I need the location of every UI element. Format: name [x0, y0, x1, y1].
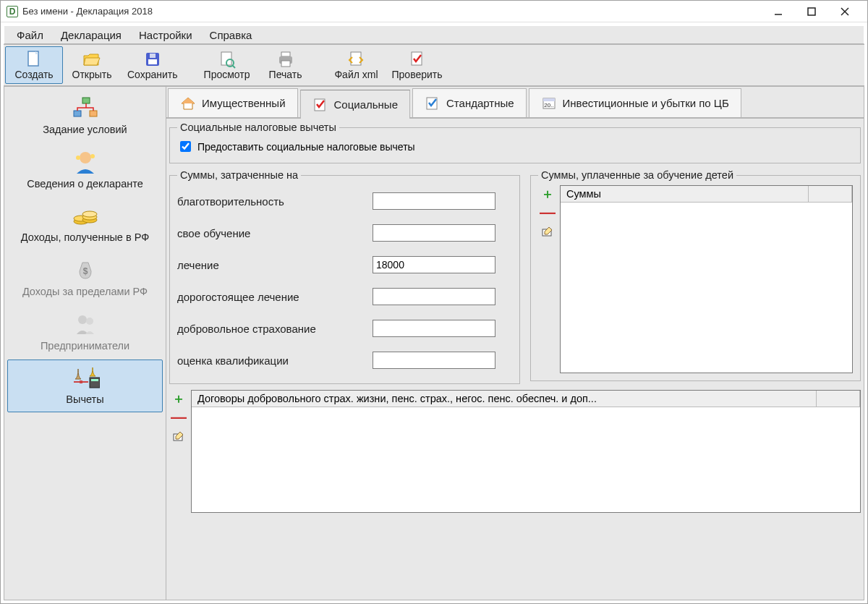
svg-point-23 — [76, 156, 80, 160]
toolbar-print[interactable]: Печать — [257, 46, 315, 84]
save-icon — [143, 50, 162, 69]
children-grid-col-sums: Суммы — [561, 186, 809, 202]
sidebar-item-deductions[interactable]: Вычеты — [7, 360, 163, 412]
tab-standard[interactable]: Стандартные — [412, 88, 527, 117]
svg-point-31 — [78, 315, 87, 324]
delete-contract-button[interactable]: — — [171, 410, 186, 425]
svg-line-13 — [232, 65, 235, 68]
sidebar: Задание условий Сведения о декларанте До… — [4, 86, 166, 600]
toolbar-check[interactable]: Проверить — [386, 46, 449, 84]
toolbar-open[interactable]: Открыть — [63, 46, 121, 84]
checklist-icon — [312, 97, 328, 113]
svg-rect-34 — [91, 379, 98, 381]
toolbar: Создать Открыть Сохранить Просмотр Печа — [4, 44, 864, 86]
input-exp-treatment[interactable] — [373, 288, 495, 305]
tabbar: Имущественный Социальные Стандартные — [166, 87, 864, 119]
preview-icon — [218, 50, 237, 69]
svg-rect-42 — [543, 98, 555, 101]
close-button[interactable] — [828, 1, 861, 22]
group-children-education: Суммы, уплаченные за обучение детей ＋ — — [530, 169, 861, 381]
sidebar-item-entrepreneurs: Предприниматели — [7, 306, 163, 359]
toolbar-create[interactable]: Создать — [5, 46, 63, 84]
svg-rect-10 — [150, 54, 156, 58]
contracts-grid-col: Договоры добровольного страх. жизни, пен… — [192, 391, 817, 407]
group-social-deductions: Социальные налоговые вычеты Предоставить… — [169, 122, 861, 163]
group-spent-title: Суммы, затраченные на — [177, 169, 301, 181]
conditions-icon — [71, 95, 100, 121]
svg-rect-14 — [281, 52, 290, 56]
svg-point-22 — [80, 152, 91, 163]
money-bag-icon: $ — [71, 257, 100, 283]
minimize-button[interactable] — [762, 1, 795, 22]
toolbar-save[interactable]: Сохранить — [121, 46, 184, 84]
print-icon — [276, 50, 295, 69]
app-icon: D — [7, 6, 18, 17]
input-own-education[interactable] — [373, 224, 495, 242]
edit-child-row-button[interactable] — [540, 224, 555, 239]
tab-social[interactable]: Социальные — [300, 90, 410, 119]
group-children-title: Суммы, уплаченные за обучение детей — [538, 169, 736, 181]
label-qualification: оценка квалификации — [177, 354, 365, 367]
sidebar-item-income-abroad: $ Доходы за пределами РФ — [7, 252, 163, 305]
svg-rect-17 — [351, 52, 361, 65]
svg-rect-20 — [74, 111, 81, 116]
maximize-button[interactable] — [795, 1, 828, 22]
edit-contract-button[interactable] — [171, 429, 186, 443]
sidebar-item-income-rf[interactable]: Доходы, полученные в РФ — [7, 197, 163, 250]
contracts-grid[interactable]: Договоры добровольного страх. жизни, пен… — [191, 390, 861, 513]
menu-settings[interactable]: Настройки — [131, 27, 200, 43]
coins-icon — [71, 203, 100, 229]
svg-rect-1 — [808, 8, 815, 15]
label-exp-treatment: дорогостоящее лечение — [177, 291, 365, 303]
toolbar-filexml[interactable]: Файл xml — [328, 46, 386, 84]
menubar: Файл Декларация Настройки Справка — [4, 25, 864, 44]
svg-marker-7 — [84, 58, 100, 65]
input-treatment[interactable] — [373, 256, 495, 273]
checkbox-provide-social[interactable] — [180, 141, 191, 152]
sidebar-item-conditions[interactable]: Задание условий — [7, 90, 163, 143]
svg-rect-21 — [90, 111, 97, 116]
checkbox-provide-social-label: Предоставить социальные налоговые вычеты — [197, 141, 415, 153]
svg-rect-19 — [82, 98, 90, 103]
tab-invest[interactable]: 20.. Инвестиционные и убытки по ЦБ — [529, 88, 741, 117]
svg-point-24 — [90, 154, 95, 158]
calendar-icon: 20.. — [541, 95, 557, 111]
svg-point-29 — [82, 211, 97, 217]
checklist-alt-icon — [425, 95, 441, 111]
menu-help[interactable]: Справка — [202, 27, 260, 43]
svg-rect-36 — [80, 380, 82, 383]
toolbar-preview[interactable]: Просмотр — [197, 46, 257, 84]
svg-rect-18 — [412, 52, 422, 65]
check-icon — [408, 50, 427, 69]
menu-declaration[interactable]: Декларация — [53, 27, 129, 43]
entrepreneurs-icon — [71, 311, 100, 337]
children-grid[interactable]: Суммы — [560, 185, 853, 373]
svg-text:20..: 20.. — [544, 102, 553, 109]
sidebar-item-declarant[interactable]: Сведения о декларанте — [7, 144, 163, 197]
input-qualification[interactable] — [373, 352, 495, 369]
group-social-title: Социальные налоговые вычеты — [177, 122, 339, 133]
house-icon — [180, 95, 196, 111]
label-treatment: лечение — [177, 259, 365, 271]
svg-rect-16 — [281, 61, 290, 67]
svg-rect-9 — [148, 59, 157, 64]
input-charity[interactable] — [373, 192, 495, 210]
label-insurance: добровольное страхование — [177, 323, 365, 335]
menu-file[interactable]: Файл — [9, 27, 51, 43]
svg-text:$: $ — [82, 266, 88, 276]
xml-file-icon — [347, 50, 366, 69]
group-spent: Суммы, затраченные на благотворительност… — [169, 169, 520, 384]
label-own-education: свое обучение — [177, 227, 365, 239]
titlebar: D Без имени - Декларация 2018 — [1, 1, 867, 22]
folder-open-icon — [82, 50, 101, 69]
label-charity: благотворительность — [177, 195, 365, 208]
deductions-icon — [71, 365, 100, 391]
svg-marker-38 — [182, 98, 195, 103]
input-insurance[interactable] — [373, 320, 495, 337]
delete-child-row-button[interactable]: — — [540, 205, 555, 220]
add-contract-button[interactable]: ＋ — [171, 391, 186, 406]
svg-point-32 — [86, 318, 93, 325]
tab-property[interactable]: Имущественный — [168, 88, 298, 117]
window-title: Без имени - Декларация 2018 — [22, 6, 762, 17]
add-child-row-button[interactable]: ＋ — [540, 187, 555, 201]
